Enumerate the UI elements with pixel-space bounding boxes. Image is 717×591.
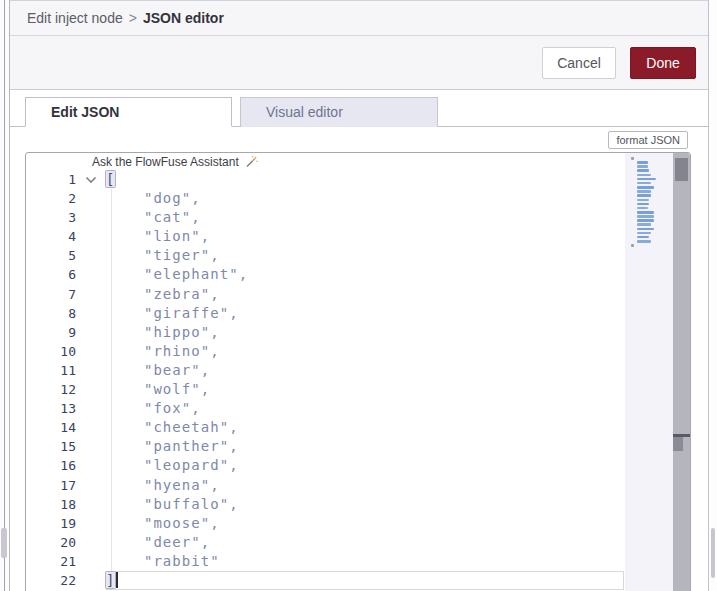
edit-tray: Edit inject node > JSON editor Cancel Do… xyxy=(10,0,708,591)
action-bar: Cancel Done xyxy=(10,36,708,90)
minimap-line-mark xyxy=(631,244,634,247)
editor-scrollbar[interactable] xyxy=(673,153,690,591)
fold-zone xyxy=(76,304,106,323)
line-number: 3 xyxy=(26,208,76,227)
code-line: 9 "hippo", xyxy=(26,323,625,342)
text-cursor xyxy=(116,572,118,588)
code-area[interactable]: 1[2 "dog",3 "cat",4 "lion",5 "tiger",6 "… xyxy=(26,170,625,591)
done-button[interactable]: Done xyxy=(630,47,696,79)
json-code-editor[interactable]: Ask the FlowFuse Assistant 1[2 "dog",3 "… xyxy=(25,152,691,591)
code-text: "leopard", xyxy=(106,456,239,475)
bracket-match-highlight: ] xyxy=(106,572,115,588)
fold-zone xyxy=(76,265,106,284)
format-json-button[interactable]: format JSON xyxy=(608,131,688,149)
code-text: "tiger", xyxy=(106,246,220,265)
minimap-line-mark xyxy=(637,190,651,193)
fold-zone xyxy=(76,227,106,246)
line-number: 2 xyxy=(26,189,76,208)
code-text: "hyena", xyxy=(106,476,220,495)
minimap-line-mark xyxy=(637,223,651,226)
format-row: format JSON xyxy=(10,127,708,149)
chevron-down-icon xyxy=(85,176,97,184)
line-number: 16 xyxy=(26,456,76,475)
fold-zone xyxy=(76,571,106,590)
page-title: JSON editor xyxy=(143,10,224,26)
line-number: 19 xyxy=(26,514,76,533)
cancel-button[interactable]: Cancel xyxy=(542,47,616,79)
code-line: 22] xyxy=(26,571,625,590)
minimap-line-mark xyxy=(637,165,647,168)
code-text: [ xyxy=(106,170,115,189)
line-number: 14 xyxy=(26,418,76,437)
page-left-scrollbar-thumb[interactable] xyxy=(1,528,7,558)
code-line: 7 "zebra", xyxy=(26,285,625,304)
breadcrumb: Edit inject node > JSON editor xyxy=(10,0,708,36)
breadcrumb-section[interactable]: Edit inject node xyxy=(27,10,123,26)
page-right-scrollbar-thumb[interactable] xyxy=(711,528,715,578)
line-number: 21 xyxy=(26,552,76,571)
code-text: "cat", xyxy=(106,208,201,227)
code-text: "panther", xyxy=(106,437,239,456)
line-number: 18 xyxy=(26,495,76,514)
json-editor-dialog: Edit inject node > JSON editor Cancel Do… xyxy=(0,0,717,591)
fold-zone xyxy=(76,456,106,475)
code-lines: 1[2 "dog",3 "cat",4 "lion",5 "tiger",6 "… xyxy=(26,170,625,590)
code-line: 1[ xyxy=(26,170,625,189)
page-right-scrollbar[interactable] xyxy=(708,0,717,591)
fold-toggle[interactable] xyxy=(76,170,106,189)
line-number: 1 xyxy=(26,170,76,189)
minimap-line-mark xyxy=(631,157,634,160)
code-text: "giraffe", xyxy=(106,304,239,323)
fold-zone xyxy=(76,246,106,265)
minimap-line-mark xyxy=(637,182,651,185)
minimap-line-mark xyxy=(637,232,651,235)
code-text: ] xyxy=(106,571,118,590)
minimap-line-mark xyxy=(637,174,651,177)
code-text: "cheetah", xyxy=(106,418,239,437)
code-line: 16 "leopard", xyxy=(26,456,625,475)
line-number: 12 xyxy=(26,380,76,399)
line-number: 20 xyxy=(26,533,76,552)
code-text: "rhino", xyxy=(106,342,220,361)
fold-zone xyxy=(76,514,106,533)
code-line: 18 "buffalo", xyxy=(26,495,625,514)
tab-edit-json[interactable]: Edit JSON xyxy=(25,97,232,127)
tab-visual-editor[interactable]: Visual editor xyxy=(240,97,438,127)
fold-zone xyxy=(76,552,106,571)
tabs: Edit JSONVisual editor xyxy=(10,97,708,127)
editor-scrollbar-thumb[interactable] xyxy=(675,158,688,181)
minimap-line-mark xyxy=(637,215,654,218)
minimap-line-mark xyxy=(637,211,654,214)
code-line: 8 "giraffe", xyxy=(26,304,625,323)
breadcrumb-separator: > xyxy=(129,10,137,26)
fold-zone xyxy=(76,285,106,304)
fold-zone xyxy=(76,342,106,361)
code-text: "dog", xyxy=(106,189,201,208)
line-number: 6 xyxy=(26,265,76,284)
code-text: "zebra", xyxy=(106,285,220,304)
page-left-scrollbar[interactable] xyxy=(0,0,10,591)
line-number: 5 xyxy=(26,246,76,265)
scrollbar-marker xyxy=(673,437,683,451)
minimap-line-mark xyxy=(637,178,656,181)
minimap[interactable] xyxy=(625,153,673,591)
minimap-line-mark xyxy=(637,199,649,202)
fold-zone xyxy=(76,189,106,208)
code-line: 4 "lion", xyxy=(26,227,625,246)
minimap-line-mark xyxy=(637,186,654,189)
line-number: 4 xyxy=(26,227,76,246)
minimap-line-mark xyxy=(637,203,649,206)
line-number: 8 xyxy=(26,304,76,323)
fold-zone xyxy=(76,399,106,418)
fold-zone xyxy=(76,437,106,456)
assistant-prompt[interactable]: Ask the FlowFuse Assistant xyxy=(92,154,258,170)
minimap-line-mark xyxy=(637,240,651,243)
code-line: 17 "hyena", xyxy=(26,476,625,495)
minimap-line-mark xyxy=(637,207,647,210)
line-number: 7 xyxy=(26,285,76,304)
code-line: 11 "bear", xyxy=(26,361,625,380)
code-line: 20 "deer", xyxy=(26,533,625,552)
minimap-line-mark xyxy=(637,228,654,231)
fold-zone xyxy=(76,533,106,552)
code-line: 21 "rabbit" xyxy=(26,552,625,571)
